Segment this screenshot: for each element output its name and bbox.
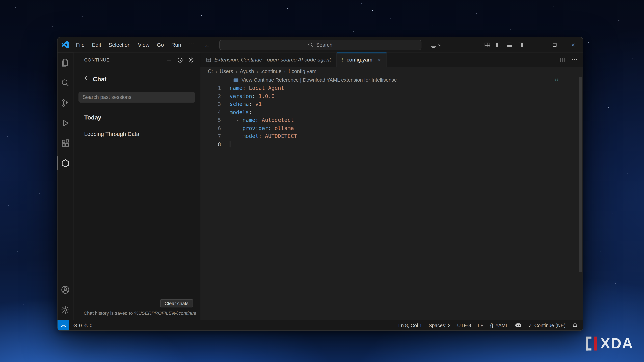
chevron-down-icon (438, 44, 442, 46)
code-line[interactable]: 4models: (200, 108, 583, 116)
tab-label: config.yaml (347, 57, 374, 63)
statusbar-right: Ln 8, Col 1 Spaces: 2 UTF-8 LF {} YAML ✓… (395, 320, 583, 330)
run-debug-icon (61, 118, 70, 128)
toggle-secondary-sidebar-button[interactable] (515, 37, 526, 53)
code-line[interactable]: 3schema: v1 (200, 100, 583, 108)
activitybar-continue[interactable] (58, 153, 73, 173)
indentation-status[interactable]: Spaces: 2 (425, 320, 454, 330)
code-line[interactable]: 5 - name: Autodetect (200, 116, 583, 124)
history-note-path: %USERPROFILE%/.continue (134, 311, 196, 316)
maximize-button[interactable] (545, 37, 564, 53)
close-button[interactable]: ✕ (564, 37, 583, 53)
breadcrumb-item[interactable]: Ayush (240, 68, 254, 74)
files-icon (61, 58, 70, 67)
sidebar-left-icon (496, 43, 501, 47)
remote-indicator[interactable]: >< (58, 320, 69, 330)
panel-icon (507, 43, 512, 47)
error-icon: ⊗ (73, 322, 78, 328)
extensions-icon (61, 139, 70, 148)
tab-extension-continue[interactable]: Extension: Continue - open-source AI cod… (200, 52, 336, 67)
language-label: YAML (496, 323, 508, 328)
editor-more-actions-button[interactable]: ⋯ (572, 56, 578, 64)
new-session-button[interactable] (166, 57, 172, 63)
code-line[interactable]: 2version: 1.0.0 (200, 92, 583, 100)
back-button[interactable] (82, 75, 89, 83)
eol-status[interactable]: LF (474, 320, 487, 330)
activitybar-run-debug[interactable] (58, 113, 73, 133)
minimize-button[interactable] (526, 37, 545, 53)
activitybar-explorer[interactable] (58, 52, 73, 72)
window-layout-icon (430, 42, 437, 48)
menu-edit[interactable]: Edit (88, 40, 105, 49)
close-tab-button[interactable]: × (378, 56, 381, 63)
encoding-status[interactable]: UTF-8 (454, 320, 474, 330)
code-line[interactable]: 1name: Local Agent (200, 84, 583, 92)
session-search-placeholder: Search past sessions (82, 94, 131, 100)
breadcrumb-item[interactable]: .continue (260, 68, 282, 74)
sidebar-right-icon (518, 43, 523, 47)
code-text: provider: ollama (221, 124, 294, 132)
history-icon (177, 57, 183, 63)
menu-more-button[interactable]: ⋯ (185, 40, 198, 49)
code-area[interactable]: View Continue Reference | Download YAML … (200, 76, 583, 320)
breadcrumb-item[interactable]: Users (220, 68, 233, 74)
code-line[interactable]: 7 model: AUTODETECT (200, 132, 583, 140)
breadcrumb-item[interactable]: C: (208, 68, 213, 74)
menu-view[interactable]: View (134, 40, 153, 49)
warning-icon: ⚠ (84, 322, 88, 328)
toggle-primary-sidebar-button[interactable] (493, 37, 504, 53)
chevron-right-icon: › (215, 68, 217, 75)
session-list: Looping Through Data (74, 121, 200, 137)
activitybar-source-control[interactable] (58, 93, 73, 113)
yaml-hint-row: View Continue Reference | Download YAML … (200, 76, 583, 84)
menu-go[interactable]: Go (153, 40, 168, 49)
code-line[interactable]: 8 (200, 140, 583, 148)
toggle-panel-button[interactable] (504, 37, 515, 53)
copilot-status[interactable] (512, 320, 525, 330)
problem-icon: ! (342, 57, 344, 63)
account-icon (61, 285, 70, 294)
xda-text: XDA (600, 335, 633, 352)
code-line[interactable]: 6 provider: ollama (200, 124, 583, 132)
inline-action-icon[interactable] (554, 78, 559, 82)
continue-settings-button[interactable] (188, 57, 194, 63)
activitybar-accounts[interactable] (58, 280, 73, 300)
titlebar-left: FileEditSelectionViewGoRun ⋯ ← → (58, 37, 222, 52)
xda-watermark: XDA (586, 335, 633, 352)
line-number: 1 (200, 84, 221, 92)
history-button[interactable] (177, 57, 183, 63)
notifications-bell-button[interactable] (569, 320, 583, 330)
problems-status[interactable]: ⊗ 0 ⚠ 0 (69, 320, 96, 330)
activitybar-settings[interactable] (58, 300, 73, 320)
titlebar-right: ✕ (482, 37, 583, 53)
cursor-position[interactable]: Ln 8, Col 1 (395, 320, 425, 330)
titlebar-extra-dropdown[interactable] (430, 37, 442, 53)
menu-selection[interactable]: Selection (105, 40, 134, 49)
error-count: 0 (79, 323, 82, 328)
chevron-right-icon: › (284, 68, 286, 75)
continue-logo-icon (61, 159, 70, 168)
close-icon: ✕ (571, 42, 576, 48)
line-number: 2 (200, 92, 221, 100)
editor-scrollbar[interactable] (579, 77, 582, 272)
nav-back-button[interactable]: ← (204, 41, 210, 48)
command-center-search[interactable]: Search (219, 40, 421, 50)
breadcrumb-item[interactable]: !config.yaml (288, 68, 318, 74)
split-editor-button[interactable] (560, 57, 565, 62)
hint-text[interactable]: View Continue Reference | Download YAML … (242, 77, 397, 83)
code-text: name: Local Agent (221, 84, 284, 92)
activitybar-search[interactable] (58, 72, 73, 93)
activitybar-extensions[interactable] (58, 133, 73, 153)
gear-icon (188, 57, 194, 63)
tab-bar: Extension: Continue - open-source AI cod… (200, 52, 583, 67)
session-search-input[interactable]: Search past sessions (78, 92, 195, 103)
tab-config-yaml[interactable]: ! config.yaml × (336, 52, 387, 67)
session-item[interactable]: Looping Through Data (84, 131, 200, 137)
menu-run[interactable]: Run (168, 40, 185, 49)
layout-grid-icon (485, 43, 490, 47)
continue-status[interactable]: ✓ Continue (NE) (525, 320, 569, 330)
language-mode[interactable]: {} YAML (487, 320, 512, 330)
customize-layout-button[interactable] (482, 37, 493, 53)
clear-chats-button[interactable]: Clear chats (160, 299, 193, 307)
menu-file[interactable]: File (72, 40, 88, 49)
